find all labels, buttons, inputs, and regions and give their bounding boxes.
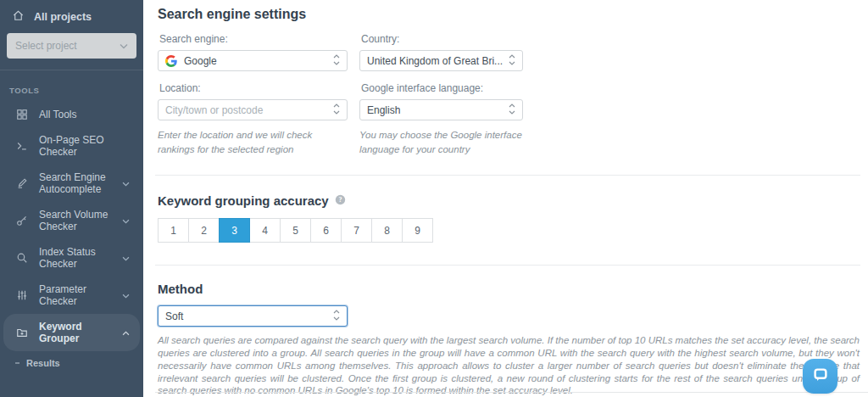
select-project-dropdown[interactable]: Select project (7, 33, 136, 59)
chat-widget-button[interactable] (803, 359, 837, 394)
accuracy-option-9[interactable]: 9 (402, 218, 433, 243)
method-section-title: Method (158, 282, 860, 296)
accuracy-option-5[interactable]: 5 (280, 218, 311, 243)
location-select[interactable]: City/town or postcode (158, 99, 348, 120)
accuracy-section-title: Keyword grouping accuracy ? (158, 193, 860, 208)
accuracy-option-6[interactable]: 6 (310, 218, 342, 243)
accuracy-option-2[interactable]: 2 (188, 218, 220, 243)
select-project-placeholder: Select project (15, 40, 77, 52)
search-engine-value: Google (184, 55, 333, 67)
chevron-up-icon (122, 327, 130, 338)
country-label: Country: (361, 33, 523, 45)
accuracy-option-4[interactable]: 4 (249, 218, 281, 243)
search-icon (15, 252, 29, 264)
google-logo-icon (165, 55, 177, 67)
sidebar-item-label: On-Page SEO Checker (39, 134, 131, 158)
main-content: Search engine settings Search engine: Go… (143, 0, 868, 397)
pencil-icon (15, 177, 29, 189)
accuracy-option-3-selected[interactable]: 3 (219, 218, 250, 243)
sidebar: All projects Select project TOOLS All To… (0, 0, 143, 397)
folder-plus-icon (15, 327, 29, 338)
stepper-icon (333, 103, 340, 117)
bottom-divider (155, 392, 868, 393)
method-description: All search queries are compared against … (158, 334, 860, 397)
sidebar-item-all-tools[interactable]: All Tools (3, 102, 140, 127)
method-select[interactable]: Soft (158, 305, 348, 327)
settings-row-1: Search engine: Google (158, 22, 860, 71)
sidebar-item-search-volume-checker[interactable]: Search Volume Checker (3, 202, 140, 239)
accuracy-selector: 1 2 3 4 5 6 7 8 9 (158, 218, 860, 243)
country-value: United Kingdom of Great Bri... (367, 55, 509, 67)
page-title: Search engine settings (158, 5, 860, 22)
sidebar-item-keyword-grouper[interactable]: Keyword Grouper (3, 314, 140, 351)
location-help-text: Enter the location and we will check ran… (158, 128, 348, 156)
sidebar-subitem-label: Results (26, 358, 60, 368)
settings-row-2: Location: City/town or postcode Enter th… (158, 71, 860, 156)
location-label: Location: (159, 82, 348, 94)
sidebar-item-label: Index Status Checker (39, 246, 112, 270)
sliders-icon (15, 289, 29, 301)
svg-text:?: ? (338, 197, 342, 204)
sidebar-subitem-results[interactable]: Results (0, 351, 143, 375)
chevron-down-icon (122, 177, 130, 189)
stepper-icon (509, 54, 515, 68)
accuracy-option-7[interactable]: 7 (341, 218, 372, 243)
sidebar-item-label: All Tools (39, 109, 131, 120)
language-label: Google interface language: (361, 82, 523, 94)
sidebar-item-label: Search Engine Autocomplete (39, 171, 112, 195)
chevron-down-icon (122, 215, 130, 226)
accuracy-title-text: Keyword grouping accuracy (158, 193, 329, 208)
grid-icon (15, 109, 29, 120)
accuracy-option-1[interactable]: 1 (158, 218, 189, 243)
language-help-text: You may choose the Google interface lang… (359, 128, 523, 156)
chevron-down-icon (122, 252, 130, 264)
stepper-icon (333, 310, 340, 323)
sidebar-item-label: Parameter Checker (39, 283, 112, 307)
sidebar-item-index-status-checker[interactable]: Index Status Checker (3, 239, 140, 277)
chevron-down-icon (122, 289, 130, 301)
sidebar-item-label: Search Volume Checker (39, 209, 112, 232)
key-icon (15, 215, 29, 226)
terminal-icon (15, 140, 29, 152)
tools-section-label: TOOLS (0, 70, 143, 102)
language-select[interactable]: English (359, 99, 523, 120)
all-projects-label: All projects (34, 11, 92, 23)
country-select[interactable]: United Kingdom of Great Bri... (359, 50, 523, 71)
chevron-down-icon (120, 40, 128, 52)
accuracy-option-8[interactable]: 8 (371, 218, 403, 243)
stepper-icon (509, 103, 515, 117)
section-divider (155, 175, 860, 176)
search-engine-label: Search engine: (159, 33, 348, 45)
stepper-icon (333, 54, 340, 68)
search-engine-select[interactable]: Google (158, 50, 348, 71)
info-icon[interactable]: ? (335, 193, 346, 208)
app-window: All projects Select project TOOLS All To… (0, 0, 868, 397)
dash-bullet-icon (15, 362, 19, 364)
location-placeholder: City/town or postcode (165, 104, 333, 116)
sidebar-item-label: Keyword Grouper (39, 321, 112, 344)
chat-bubble-icon (811, 366, 830, 388)
sidebar-item-search-engine-autocomplete[interactable]: Search Engine Autocomplete (3, 165, 140, 202)
method-value: Soft (165, 310, 333, 322)
section-divider (155, 265, 860, 266)
sidebar-item-parameter-checker[interactable]: Parameter Checker (3, 277, 140, 314)
home-icon (12, 9, 25, 25)
all-projects-link[interactable]: All projects (0, 0, 143, 31)
language-value: English (367, 104, 509, 116)
sidebar-item-on-page-seo-checker[interactable]: On-Page SEO Checker (3, 127, 140, 165)
